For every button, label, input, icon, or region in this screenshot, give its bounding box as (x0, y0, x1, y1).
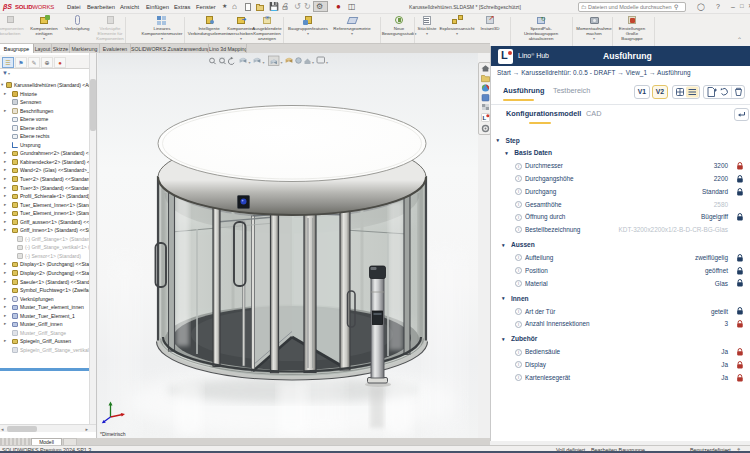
svg-text:▾: ▾ (249, 60, 251, 65)
svg-text:L: L (483, 115, 487, 121)
svg-text:▾: ▾ (312, 60, 314, 65)
svg-text:*Dimetrisch: *Dimetrisch (100, 431, 126, 437)
svg-text:▾: ▾ (326, 60, 328, 65)
svg-text:▾: ▾ (281, 60, 283, 65)
svg-text:▾: ▾ (263, 60, 265, 65)
